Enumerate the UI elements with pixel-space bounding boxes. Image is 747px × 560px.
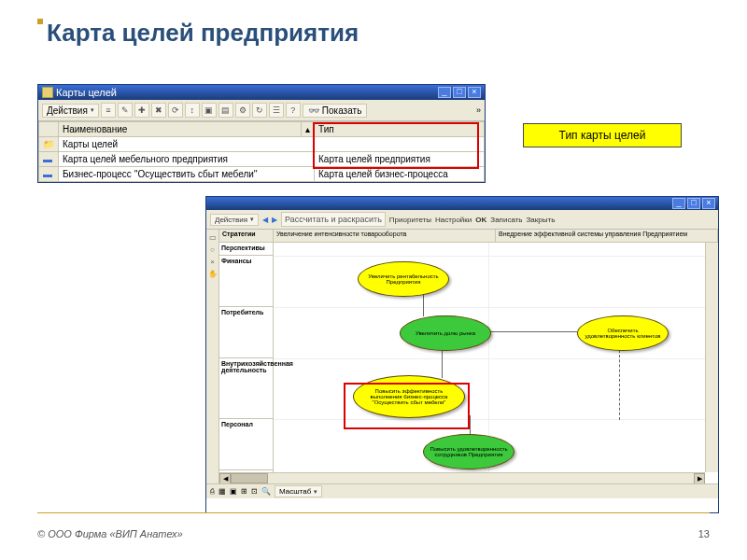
close-link[interactable]: Закрыть [527, 216, 556, 224]
actions-dropdown[interactable]: Действия [210, 214, 259, 226]
toolbar-btn-4[interactable]: ✖ [151, 103, 166, 118]
item-icon: ▬ [43, 169, 52, 179]
vertical-scrollbar[interactable] [705, 243, 718, 472]
toolbar-btn-6[interactable]: ↕ [185, 103, 200, 118]
table-row[interactable]: 📁 Карты целей [39, 137, 485, 152]
hand-tool-icon[interactable]: ✋ [208, 270, 218, 278]
status-icon[interactable]: ⎙ [210, 487, 215, 496]
show-button[interactable]: 👓 Показать [303, 104, 368, 118]
toolbar-btn-2[interactable]: ✎ [118, 103, 133, 118]
ok-button[interactable]: OK [475, 216, 486, 224]
diagram-area[interactable]: ▭ ○ × ✋ Стратегии Увеличение интенсивнос… [206, 230, 718, 498]
actions-dropdown[interactable]: Действия [42, 104, 99, 118]
settings-link[interactable]: Настройки [435, 216, 472, 224]
help-icon[interactable]: ? [286, 103, 301, 118]
toolbar-btn-3[interactable]: ✚ [134, 103, 149, 118]
toolbar-btn-1[interactable]: ≡ [101, 103, 116, 118]
column-name[interactable]: Наименование [59, 122, 302, 137]
column-type[interactable]: Тип [315, 122, 485, 137]
nav-forward-icon[interactable]: ▶ [272, 216, 277, 224]
slide-title: Карта целей предприятия [47, 19, 710, 48]
maximize-button[interactable]: □ [453, 87, 466, 98]
goal-client-satisfaction[interactable]: Обеспечить удовлетворенность клиентов [577, 315, 669, 351]
ellipse-tool-icon[interactable]: ○ [210, 245, 215, 254]
diagram-toolbar: Действия ◀ ▶ Рассчитать и раскрасить При… [206, 210, 718, 230]
goal-maps-grid[interactable]: Наименование ▴ Тип 📁 Карты целей ▬ Карта… [38, 121, 485, 182]
table-row[interactable]: ▬ Карта целей мебельного предприятия Кар… [39, 152, 485, 167]
perspectives-label: Перспективы [219, 243, 273, 256]
toolbar-btn-7[interactable]: ▣ [202, 103, 217, 118]
status-icon[interactable]: ⊞ [241, 487, 247, 496]
delete-tool-icon[interactable]: × [210, 258, 215, 266]
strategy-header: Стратегии Увеличение интенсивности товар… [219, 230, 718, 243]
minimize-button[interactable]: _ [672, 198, 685, 209]
connector-dashed [619, 350, 620, 420]
close-button[interactable]: × [702, 198, 715, 209]
toolbar-btn-9[interactable]: ⚙ [235, 103, 250, 118]
callout-label: Тип карты целей [523, 123, 682, 147]
window-title: Карты целей [56, 87, 117, 98]
connector [488, 331, 577, 332]
goal-map-diagram-window: _ □ × Действия ◀ ▶ Рассчитать и раскраси… [205, 196, 719, 513]
diagram-tool-palette: ▭ ○ × ✋ [206, 230, 219, 498]
accent-decoration [37, 19, 43, 24]
copyright-text: © ООО Фирма «ВИП Анатех» [37, 528, 183, 539]
close-button[interactable]: × [468, 87, 481, 98]
diagram-titlebar[interactable]: _ □ × [206, 197, 718, 210]
status-icon[interactable]: ▣ [230, 487, 237, 496]
minimize-button[interactable]: _ [438, 87, 451, 98]
more-button[interactable]: » [476, 105, 481, 115]
goal-maps-window: Карты целей _ □ × Действия ≡ ✎ ✚ ✖ ⟳ ↕ ▣… [37, 84, 486, 183]
priorities-link[interactable]: Приоритеты [389, 216, 431, 224]
toolbar: Действия ≡ ✎ ✚ ✖ ⟳ ↕ ▣ ▤ ⚙ ↻ ☰ ? 👓 Показ… [38, 100, 485, 121]
table-row[interactable]: ▬ Бизнес-процесс ''Осуществить сбыт мебе… [39, 167, 485, 182]
row-selector-header[interactable] [39, 122, 59, 137]
toolbar-btn-10[interactable]: ↻ [252, 103, 267, 118]
perspectives-column: Перспективы Финансы Потребитель Внутрихо… [219, 243, 274, 498]
goal-profitability[interactable]: Увеличить рентабельность Предприятия [358, 261, 449, 297]
status-icon[interactable]: ⊡ [251, 487, 258, 496]
scale-dropdown[interactable]: Масштаб [275, 485, 322, 497]
connector [470, 415, 471, 436]
item-icon: ▬ [43, 154, 52, 164]
lane-internal: Внутрихозяйственная деятельность [219, 358, 273, 419]
window-titlebar[interactable]: Карты целей _ □ × [38, 85, 485, 100]
status-bar: ⎙ ▦ ▣ ⊞ ⊡ 🔍 Масштаб [206, 483, 718, 498]
goal-market-share[interactable]: Увеличить долю рынка [400, 315, 491, 351]
lane-consumer: Потребитель [219, 307, 273, 358]
toolbar-btn-11[interactable]: ☰ [269, 103, 284, 118]
diagram-canvas[interactable]: Увеличить рентабельность Предприятия Уве… [274, 243, 705, 485]
scroll-thumb[interactable] [231, 473, 268, 483]
page-number: 13 [698, 528, 710, 539]
footer-divider [37, 512, 710, 513]
folder-icon: 📁 [43, 139, 54, 149]
goal-employee-satisfaction[interactable]: Повысить удовлетворенность сотрудников П… [423, 434, 514, 469]
goal-process-efficiency[interactable]: Повысить эффективность выполнения бизнес… [353, 375, 465, 418]
maximize-button[interactable]: □ [687, 198, 700, 209]
strategy-col-1: Увеличение интенсивности товарооборота [274, 230, 496, 242]
connector [442, 350, 443, 378]
connector [423, 294, 424, 316]
strategies-label: Стратегии [219, 230, 274, 242]
zoom-icon[interactable]: 🔍 [261, 487, 271, 496]
pointer-tool-icon[interactable]: ▭ [209, 233, 217, 242]
strategy-col-2: Внедрение эффективной системы управления… [496, 230, 718, 242]
calc-button[interactable]: Рассчитать и раскрасить [281, 212, 386, 227]
lane-personnel: Персонал [219, 419, 273, 470]
toolbar-btn-8[interactable]: ▤ [218, 103, 233, 118]
glasses-icon: 👓 [308, 105, 319, 116]
status-icon[interactable]: ▦ [218, 487, 226, 496]
write-link[interactable]: Записать [490, 216, 522, 224]
nav-back-icon[interactable]: ◀ [262, 216, 268, 224]
app-icon [42, 87, 53, 98]
lane-finance: Финансы [219, 256, 273, 307]
sort-indicator[interactable]: ▴ [302, 122, 315, 137]
horizontal-scrollbar[interactable]: ◀ ▶ [219, 472, 705, 483]
toolbar-btn-5[interactable]: ⟳ [168, 103, 183, 118]
